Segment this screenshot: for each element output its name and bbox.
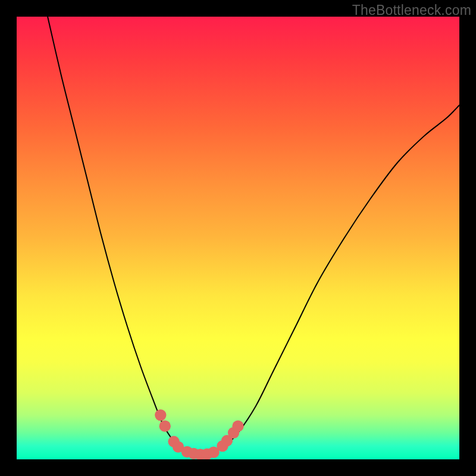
curves-svg [17, 17, 459, 459]
watermark-text: TheBottleneck.com [352, 2, 471, 18]
series-left-branch [48, 17, 185, 450]
plot-area [17, 17, 459, 459]
chart-frame: TheBottleneck.com [0, 0, 476, 476]
series-right-branch [216, 105, 459, 450]
data-marker [232, 421, 243, 432]
series-layer [48, 17, 459, 455]
data-marker [155, 409, 166, 421]
data-marker [159, 421, 171, 432]
